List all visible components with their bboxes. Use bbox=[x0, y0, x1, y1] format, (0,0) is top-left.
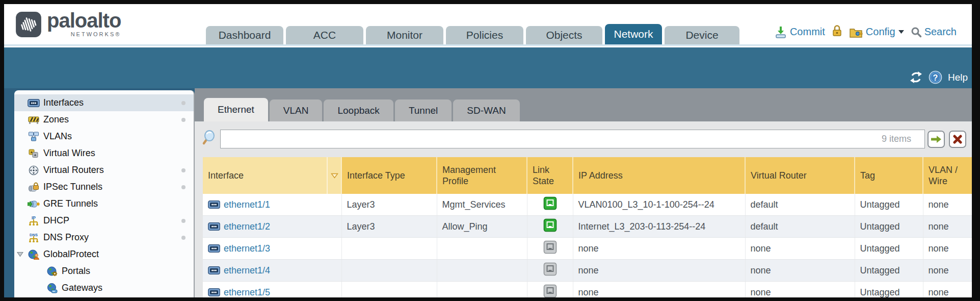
ethernet-port-icon bbox=[208, 244, 220, 253]
interface-link[interactable]: ethernet1/4 bbox=[224, 265, 270, 276]
content-body: 9 items bbox=[195, 121, 972, 297]
lock-button[interactable] bbox=[831, 24, 843, 40]
filter-search-icon bbox=[202, 130, 217, 146]
cell-virtual-router: default bbox=[745, 194, 855, 216]
cell-ip-address: VLAN0100_L3_10-1-100-254--24 bbox=[573, 194, 745, 216]
config-button[interactable]: Config bbox=[849, 26, 905, 38]
logo-brand-text: paloalto bbox=[47, 9, 121, 32]
item-count: 9 items bbox=[882, 134, 911, 144]
tab-vlan[interactable]: VLAN bbox=[270, 99, 323, 121]
utility-bar: ? Help bbox=[4, 47, 972, 88]
column-header-ip-address[interactable]: IP Address bbox=[573, 157, 745, 194]
sidebar-item-vlans[interactable]: VLANs bbox=[14, 128, 194, 145]
sidebar-item-dhcp[interactable]: IP DHCP bbox=[14, 212, 194, 229]
interface-link[interactable]: ethernet1/2 bbox=[224, 221, 270, 232]
tab-dashboard[interactable]: Dashboard bbox=[206, 26, 283, 44]
ethernet-port-icon bbox=[208, 222, 220, 231]
zones-icon bbox=[28, 115, 40, 125]
tab-device[interactable]: Device bbox=[665, 26, 739, 44]
dhcp-icon: IP bbox=[28, 216, 40, 226]
refresh-icon[interactable] bbox=[909, 70, 923, 84]
clear-filter-button[interactable] bbox=[949, 131, 966, 148]
cell-tag: Untagged bbox=[855, 238, 923, 260]
tab-objects[interactable]: Objects bbox=[526, 26, 602, 44]
commit-label: Commit bbox=[790, 26, 825, 38]
config-label: Config bbox=[866, 26, 895, 38]
cell-management-profile: Mgmt_Services bbox=[437, 194, 527, 216]
cell-ip-address: Internet_L3_203-0-113-254--24 bbox=[573, 216, 745, 238]
filter-input[interactable] bbox=[220, 130, 925, 148]
help-icon[interactable]: ? bbox=[929, 70, 942, 84]
table-header-row: Interface Interface Type Management Prof… bbox=[203, 157, 972, 194]
close-icon bbox=[953, 135, 962, 144]
interface-link[interactable]: ethernet1/3 bbox=[224, 243, 270, 254]
link-state-down-icon[interactable] bbox=[543, 240, 557, 254]
column-header-interface[interactable]: Interface bbox=[203, 157, 327, 194]
sidebar-item-zones[interactable]: Zones bbox=[14, 111, 194, 128]
search-label: Search bbox=[924, 26, 957, 38]
sidebar-item-label: IPSec Tunnels bbox=[43, 182, 102, 192]
sidebar-item-ipsec-tunnels[interactable]: IPSec Tunnels bbox=[14, 179, 194, 195]
primary-nav: Dashboard ACC Monitor Policies Objects N… bbox=[206, 24, 742, 44]
sort-dropdown-button[interactable] bbox=[327, 157, 341, 194]
column-header-virtual-router[interactable]: Virtual Router bbox=[745, 157, 855, 194]
table-row: ethernet1/4 none none Untagged none bbox=[203, 260, 972, 282]
tab-sdwan[interactable]: SD-WAN bbox=[453, 99, 519, 121]
ethernet-port-icon bbox=[208, 200, 220, 209]
search-icon bbox=[911, 27, 922, 38]
header-actions: Commit Config bbox=[774, 24, 957, 40]
sort-triangle-icon bbox=[331, 173, 338, 179]
sidebar-item-label: VLANs bbox=[43, 131, 72, 142]
table-row: ethernet1/1 Layer3 Mgmt_Services VLAN010… bbox=[203, 194, 972, 216]
cell-virtual-router: none bbox=[745, 260, 855, 282]
sidebar-item-virtual-routers[interactable]: Virtual Routers bbox=[14, 162, 194, 179]
column-header-management-profile[interactable]: Management Profile bbox=[437, 157, 527, 194]
link-state-down-icon[interactable] bbox=[543, 284, 557, 297]
tab-monitor[interactable]: Monitor bbox=[366, 26, 443, 44]
tab-network[interactable]: Network bbox=[605, 24, 662, 44]
sidebar-item-portals[interactable]: Portals bbox=[14, 263, 194, 280]
link-state-up-icon[interactable] bbox=[543, 196, 557, 210]
cell-interface-type bbox=[341, 238, 437, 260]
sidebar-item-dns-proxy[interactable]: DNS DNS Proxy bbox=[14, 229, 194, 246]
cell-virtual-router: none bbox=[745, 282, 855, 298]
cell-management-profile bbox=[437, 238, 527, 260]
virtual-routers-icon bbox=[28, 165, 40, 175]
collapse-triangle-icon[interactable] bbox=[17, 252, 23, 257]
column-header-interface-type[interactable]: Interface Type bbox=[341, 157, 437, 194]
link-state-up-icon[interactable] bbox=[543, 218, 557, 232]
commit-button[interactable]: Commit bbox=[774, 26, 825, 39]
tab-policies[interactable]: Policies bbox=[446, 26, 523, 44]
sidebar-item-label: GlobalProtect bbox=[43, 249, 99, 260]
cell-interface-type bbox=[341, 260, 437, 282]
column-header-link-state[interactable]: Link State bbox=[527, 157, 573, 194]
tab-tunnel[interactable]: Tunnel bbox=[395, 99, 452, 121]
interfaces-table: Interface Interface Type Management Prof… bbox=[203, 157, 972, 297]
sidebar-item-globalprotect[interactable]: GlobalProtect bbox=[14, 246, 194, 263]
cell-vlan-wire: none bbox=[923, 216, 972, 238]
interface-link[interactable]: ethernet1/5 bbox=[224, 287, 270, 298]
help-label[interactable]: Help bbox=[948, 72, 968, 83]
interface-link[interactable]: ethernet1/1 bbox=[224, 199, 270, 210]
link-state-down-icon[interactable] bbox=[543, 262, 557, 276]
gateways-icon bbox=[46, 283, 58, 293]
item-indicator-dot bbox=[181, 185, 186, 189]
sidebar-item-gateways[interactable]: Gateways bbox=[14, 280, 194, 296]
sidebar-item-gre-tunnels[interactable]: GRE Tunnels bbox=[14, 195, 194, 212]
apply-filter-button[interactable] bbox=[928, 131, 945, 148]
table-row: ethernet1/2 Layer3 Allow_Ping Internet_L… bbox=[203, 216, 972, 238]
tab-acc[interactable]: ACC bbox=[286, 26, 363, 44]
column-header-tag[interactable]: Tag bbox=[855, 157, 923, 194]
sidebar-item-label: Virtual Routers bbox=[43, 165, 104, 175]
search-button[interactable]: Search bbox=[911, 26, 957, 38]
tab-ethernet[interactable]: Ethernet bbox=[204, 98, 268, 121]
item-indicator-dot bbox=[181, 236, 186, 240]
item-indicator-dot bbox=[181, 219, 186, 223]
column-header-vlan-wire[interactable]: VLAN / Wire bbox=[923, 157, 972, 194]
sidebar-item-virtual-wires[interactable]: Virtual Wires bbox=[14, 145, 194, 162]
tab-loopback[interactable]: Loopback bbox=[324, 99, 393, 121]
item-indicator-dot bbox=[181, 168, 186, 172]
sidebar-item-label: DNS Proxy bbox=[43, 232, 89, 243]
sidebar-item-interfaces[interactable]: Interfaces bbox=[14, 94, 194, 111]
svg-text:?: ? bbox=[933, 73, 938, 82]
